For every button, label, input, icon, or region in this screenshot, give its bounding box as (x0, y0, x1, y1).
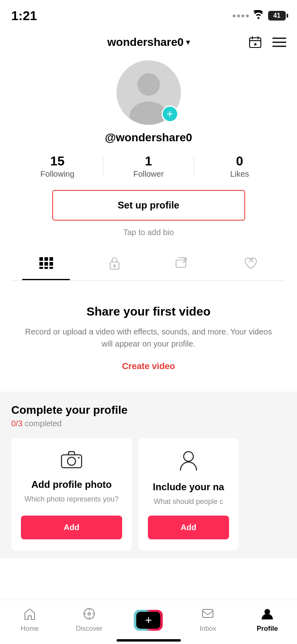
svg-point-26 (78, 457, 80, 458)
svg-point-27 (184, 452, 193, 461)
profile-cards-row: Add profile photo Which photo represents… (11, 438, 286, 551)
add-photo-desc: Which photo represents you? (25, 495, 119, 504)
svg-rect-16 (49, 262, 53, 266)
tab-videos[interactable] (12, 250, 80, 279)
svg-text:★: ★ (253, 41, 258, 47)
bottom-navigation: Home Discover + (0, 600, 297, 644)
svg-rect-34 (203, 609, 213, 617)
profile-tabs (12, 249, 285, 281)
nav-profile[interactable]: Profile (238, 607, 297, 633)
svg-point-29 (88, 613, 90, 615)
add-name-card: Include your na What should people c Add (138, 438, 239, 551)
add-photo-button[interactable]: Add (21, 516, 122, 539)
chevron-down-icon: ▾ (186, 38, 190, 47)
calendar-star-button[interactable]: ★ (247, 34, 263, 50)
complete-profile-progress: 0/3 completed (11, 419, 286, 428)
create-button[interactable]: + (134, 610, 163, 631)
nav-home[interactable]: Home (0, 607, 59, 633)
tab-reposts[interactable] (149, 250, 217, 280)
likes-stat[interactable]: 0 Likes (194, 154, 285, 179)
wifi-icon (253, 10, 264, 21)
complete-profile-section: Complete your profile 0/3 completed Add … (0, 392, 297, 559)
avatar-wrapper: + (117, 60, 181, 125)
following-label: Following (41, 169, 74, 179)
home-indicator (117, 639, 181, 642)
repost-icon (175, 257, 190, 272)
add-photo-title: Add profile photo (31, 479, 112, 490)
inbox-icon (201, 607, 214, 623)
avatar-add-button[interactable]: + (162, 105, 178, 122)
svg-rect-17 (39, 267, 43, 269)
svg-rect-19 (49, 267, 53, 269)
bio-placeholder[interactable]: Tap to add bio (123, 228, 174, 237)
complete-profile-title: Complete your profile (11, 404, 286, 417)
setup-profile-button[interactable]: Set up profile (52, 190, 245, 221)
follower-count: 1 (145, 154, 152, 169)
share-video-description: Record or upload a video with effects, s… (20, 326, 277, 350)
svg-point-9 (137, 73, 160, 96)
camera-icon (61, 450, 82, 473)
heart-liked-icon (244, 256, 258, 273)
create-button-inner: + (136, 612, 160, 629)
progress-fraction: 0/3 (11, 419, 23, 428)
likes-label: Likes (230, 169, 249, 179)
discover-label: Discover (76, 625, 102, 633)
tab-private[interactable] (80, 249, 149, 280)
tab-liked[interactable] (217, 249, 285, 280)
status-time: 1:21 (11, 8, 37, 23)
nav-create[interactable]: + (119, 610, 178, 631)
username-dropdown[interactable]: wondershare0 ▾ (107, 36, 190, 49)
stats-row: 15 Following 1 Follower 0 Likes (12, 154, 285, 179)
signal-dots-icon (233, 14, 249, 17)
add-name-button[interactable]: Add (148, 516, 229, 539)
nav-discover[interactable]: Discover (59, 607, 119, 633)
create-plus-icon: + (145, 613, 152, 627)
svg-rect-14 (39, 262, 43, 266)
follower-stat[interactable]: 1 Follower (103, 154, 194, 179)
hamburger-menu-button[interactable] (271, 34, 287, 50)
create-video-button[interactable]: Create video (122, 361, 175, 372)
home-label: Home (20, 625, 39, 633)
svg-rect-18 (44, 267, 48, 269)
nav-inbox[interactable]: Inbox (178, 607, 238, 633)
following-stat[interactable]: 15 Following (12, 154, 103, 179)
following-count: 15 (50, 154, 65, 169)
nav-action-icons: ★ (247, 34, 287, 50)
person-icon (180, 450, 197, 475)
add-photo-card: Add profile photo Which photo represents… (11, 438, 132, 551)
battery-icon: 41 (268, 11, 286, 21)
add-name-desc: What should people c (154, 497, 223, 506)
status-icons: 41 (233, 10, 286, 21)
svg-rect-15 (44, 262, 48, 266)
svg-rect-11 (39, 257, 43, 261)
share-video-section: Share your first video Record or upload … (0, 281, 297, 392)
profile-section: + @wondershare0 15 Following 1 Follower … (0, 56, 297, 281)
add-name-title: Include your na (153, 481, 224, 493)
svg-point-25 (68, 457, 76, 465)
grid-icon (39, 257, 53, 272)
share-video-title: Share your first video (86, 305, 210, 318)
svg-rect-23 (176, 260, 186, 267)
inbox-label: Inbox (199, 625, 216, 633)
svg-rect-12 (44, 257, 48, 261)
status-bar: 1:21 41 (0, 0, 297, 28)
svg-rect-13 (49, 257, 53, 261)
home-icon (23, 607, 36, 623)
profile-nav-label: Profile (257, 625, 278, 633)
profile-nav-icon (261, 607, 274, 623)
lock-icon (109, 256, 120, 273)
likes-count: 0 (236, 154, 243, 169)
top-navigation: wondershare0 ▾ ★ (0, 28, 297, 56)
profile-handle: @wondershare0 (105, 131, 192, 144)
nav-username: wondershare0 (107, 36, 184, 49)
discover-icon (83, 607, 96, 623)
follower-label: Follower (133, 169, 164, 179)
svg-point-35 (264, 609, 270, 615)
